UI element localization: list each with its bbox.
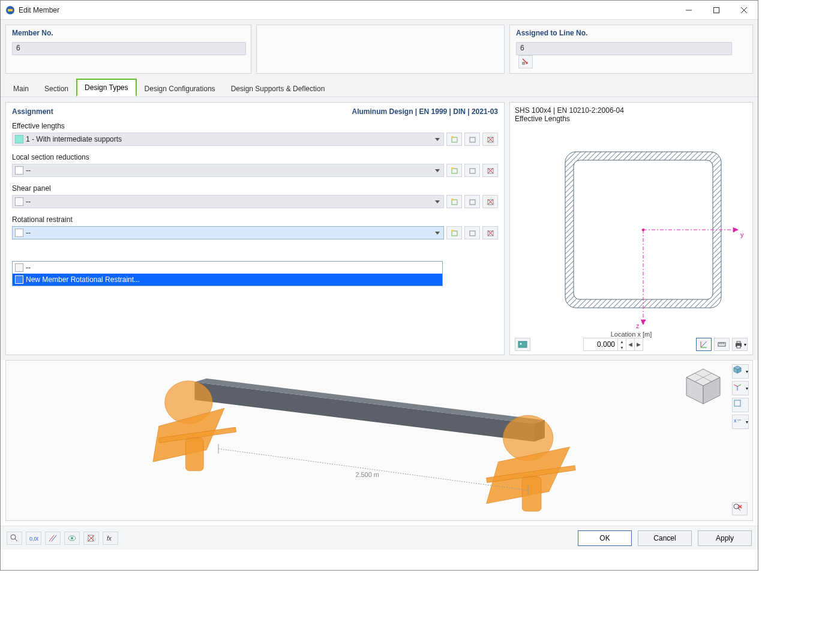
location-stepper[interactable]: ▲ ▼ ◀ ▶ [583,338,643,351]
effective-lengths-label: Effective lengths [12,122,498,130]
shear-panel-delete-button[interactable] [482,195,498,208]
delete-icon [486,229,494,237]
show-numbers-button[interactable] [45,532,61,545]
local-section-reductions-new-button[interactable] [446,164,462,177]
step-up-button[interactable]: ▲ [617,338,626,344]
shear-panel-label: Shear panel [12,184,498,193]
svg-point-78 [734,504,739,509]
titlebar: Edit Member [1,1,758,20]
svg-line-79 [738,508,740,511]
view-local-button[interactable]: x▾ [732,415,749,429]
svg-line-73 [734,385,737,386]
decimals-icon: 0,00 [29,533,38,543]
tab-design-configurations[interactable]: Design Configurations [137,80,223,97]
ruler-icon [717,340,727,349]
nav-cube[interactable] [683,367,724,409]
member-3d-viewer[interactable]: 2.500 m ▾ ▾ x▾ [5,360,753,521]
effective-lengths-new-button[interactable] [446,133,462,146]
svg-marker-35 [733,227,738,232]
shear-panel-edit-button[interactable] [464,195,480,208]
svg-rect-1 [8,9,13,11]
tab-design-types[interactable]: Design Types [76,79,137,97]
svg-text:x: x [734,418,737,424]
ok-button[interactable]: OK [578,530,632,546]
step-next-button[interactable]: ▶ [634,338,643,350]
checkbox-icon [15,263,23,272]
close-button[interactable] [730,1,758,19]
rotational-restraint-dropdown[interactable]: -- New Member Rotational Restraint... [12,261,443,286]
minimize-button[interactable] [675,1,703,19]
local-section-reductions-delete-button[interactable] [482,164,498,177]
tab-main[interactable]: Main [5,80,37,97]
member-no-panel: Member No. 6 [5,25,251,74]
viewer-reset-button[interactable] [732,502,748,515]
location-input[interactable] [584,340,617,349]
function-button[interactable]: fx [103,532,118,545]
section-dimensions-button[interactable] [714,338,730,351]
effective-lengths-combo[interactable]: 1 - With intermediate supports [12,133,444,146]
rotational-restraint-value: -- [26,229,31,237]
svg-line-61 [218,449,528,490]
remove-definition-button[interactable] [83,532,99,545]
assigned-line-field[interactable]: 6 [516,42,732,55]
tab-design-supports-deflection[interactable]: Design Supports & Deflection [223,80,333,97]
svg-point-39 [520,343,522,345]
shear-panel-combo[interactable]: -- [12,195,444,208]
section-axes-button[interactable] [696,338,712,351]
magnifier-reset-icon [733,503,747,515]
shear-panel-new-button[interactable] [446,195,462,208]
cube-icon [733,365,746,378]
local-section-reductions-combo[interactable]: -- [12,164,444,177]
svg-rect-22 [470,200,475,205]
view-zoom-button[interactable] [732,398,749,412]
view-axes-button[interactable]: ▾ [732,381,749,395]
effective-lengths-value: 1 - With intermediate supports [26,135,122,143]
window-title: Edit Member [19,6,675,14]
assignment-title: Assignment [12,107,53,116]
bottom-bar: 0,00 fx OK Cancel Apply [1,526,758,550]
view-mode-button[interactable]: ▾ [732,364,749,379]
local-section-reductions-value: -- [26,166,31,175]
units-button[interactable]: 0,00 [26,532,41,545]
step-prev-button[interactable]: ◀ [626,338,634,350]
help-button[interactable] [7,532,22,545]
svg-point-82 [11,535,16,539]
new-icon [450,135,458,143]
dropdown-option-new-rotational-restraint[interactable]: New Member Rotational Restraint... [13,274,442,286]
step-down-button[interactable]: ▼ [617,344,626,350]
cancel-button[interactable]: Cancel [638,530,692,546]
edit-member-dialog: Edit Member Member No. 6 Assigned to Lin… [0,0,758,571]
eye-icon [67,533,77,543]
svg-line-72 [737,385,741,386]
effective-lengths-edit-button[interactable] [464,133,480,146]
apply-button[interactable]: Apply [698,530,752,546]
svg-rect-10 [470,137,475,142]
svg-rect-75 [734,400,740,406]
section-source-button[interactable] [515,338,530,351]
svg-line-40 [701,341,707,347]
svg-rect-3 [714,7,719,13]
section-print-button[interactable]: ▾ [732,338,748,351]
maximize-button[interactable] [703,1,730,19]
rotational-restraint-delete-button[interactable] [482,226,498,239]
dropdown-option-none[interactable]: -- [13,262,442,274]
pick-line-button[interactable] [518,55,533,68]
chevron-down-icon [435,169,440,172]
effective-lengths-delete-button[interactable] [482,133,498,146]
svg-marker-37 [641,320,646,325]
show-model-button[interactable] [64,532,80,545]
checkbox-icon [15,197,23,206]
member-no-field[interactable]: 6 [12,42,246,55]
svg-rect-7 [523,62,524,64]
shear-panel-value: -- [26,197,31,206]
local-section-reductions-label: Local section reductions [12,153,498,161]
svg-rect-38 [518,341,527,347]
local-section-reductions-edit-button[interactable] [464,164,480,177]
tab-section[interactable]: Section [37,80,76,97]
checkbox-icon [15,135,23,143]
rotational-restraint-edit-button[interactable] [464,226,480,239]
rotational-restraint-new-button[interactable] [446,226,462,239]
svg-text:0,00: 0,00 [29,536,38,542]
rotational-restraint-combo[interactable]: -- [12,226,444,239]
edit-icon [468,229,476,237]
